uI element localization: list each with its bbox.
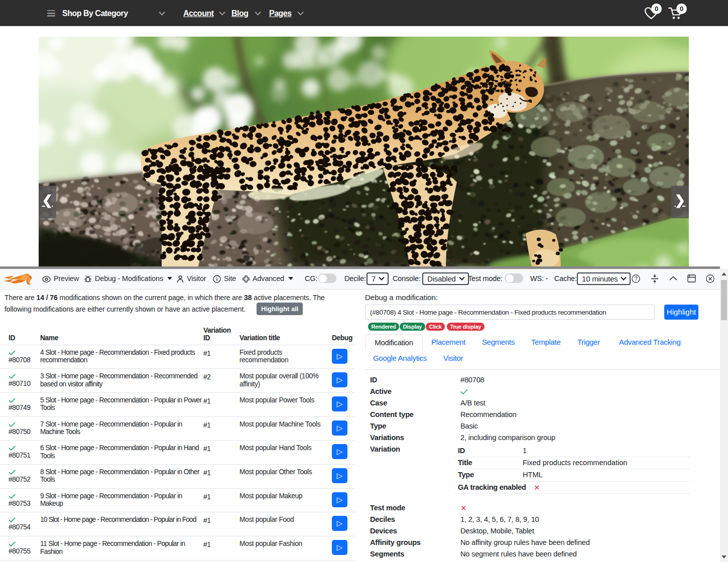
svg-text:?: ? [635, 275, 638, 282]
